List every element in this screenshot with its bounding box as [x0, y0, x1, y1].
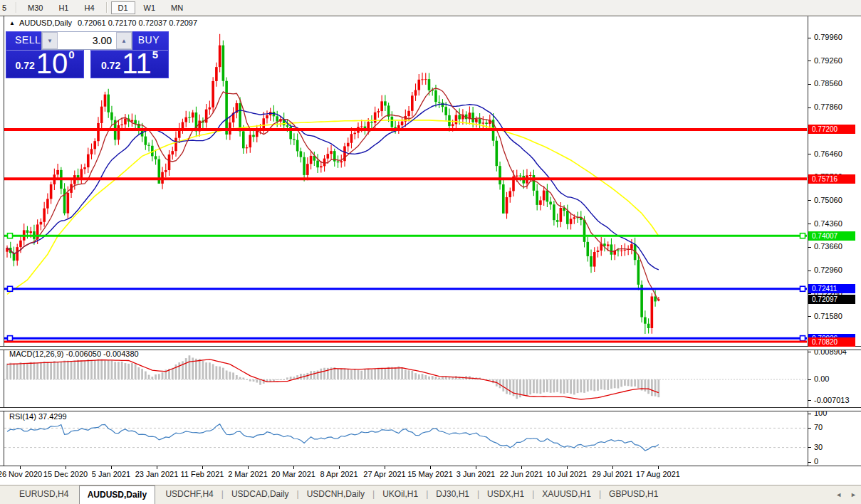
price-level-chip: 0.75716 — [808, 174, 855, 184]
macd-axis-tick-mark — [808, 379, 811, 380]
y-axis-tick-mark — [808, 154, 811, 154]
timeframe-button-h1[interactable]: H1 — [51, 1, 75, 14]
y-axis-tick-mark — [808, 271, 811, 271]
y-axis-tick-mark — [808, 38, 811, 38]
timeframe-button-w1[interactable]: W1 — [137, 1, 163, 14]
x-axis-date: 17 Aug 2021 — [636, 470, 680, 478]
tab-usdcnh-daily[interactable]: USDCNH,Daily — [299, 485, 372, 504]
y-axis-tick-label: 0.72960 — [814, 266, 842, 274]
y-axis-tick-mark — [808, 61, 811, 61]
y-axis-tick-mark — [808, 224, 811, 224]
timeframe-button-d1[interactable]: D1 — [111, 1, 135, 14]
y-axis-tick-label: 0.79960 — [814, 33, 842, 41]
rsi-axis-tick-label: 0 — [814, 457, 818, 466]
x-axis-tick-mark — [476, 466, 476, 469]
y-axis-tick-label: 0.78560 — [814, 79, 842, 88]
y-axis-tick-mark — [808, 107, 811, 108]
chart-symbol: AUDUSD,Daily — [19, 19, 72, 27]
x-axis-date: 26 Nov 2020 — [0, 470, 42, 478]
window-marker-icon: ▲ — [9, 20, 15, 26]
price-level-chip: 0.70820 — [808, 337, 855, 347]
x-axis-date: 10 Jul 2021 — [547, 470, 588, 478]
timeframe-button-mn[interactable]: MN — [164, 1, 190, 14]
buy-price-big: 11 — [122, 51, 152, 76]
volume-decrease-button[interactable]: ▼ — [42, 32, 58, 49]
timeframe-button-m30[interactable]: M30 — [21, 1, 50, 14]
sell-button-label[interactable]: SELL — [15, 34, 41, 46]
rsi-axis-tick-mark — [808, 414, 811, 414]
toolbar-separator — [16, 2, 16, 13]
rsi-axis-tick-mark — [808, 462, 811, 463]
y-axis-tick-label: 0.71580 — [814, 312, 842, 320]
x-axis-tick-mark — [612, 466, 613, 469]
rsi-axis-tick-label: 30 — [814, 443, 823, 451]
y-axis-tick-label: 0.76460 — [814, 149, 842, 158]
one-click-trade-panel: SELL 0.72 10 0 BUY 0.72 11 5 ▼ ▲ — [6, 31, 169, 78]
buy-button-label[interactable]: BUY — [138, 34, 160, 46]
tab-dj30-h1[interactable]: DJ30,H1 — [428, 485, 477, 504]
x-axis-tick-mark — [658, 466, 659, 469]
y-axis-tick-label: 0.77860 — [814, 103, 842, 111]
tab-gbpusd-h1[interactable]: GBPUSD,H1 — [601, 485, 666, 504]
chart-window-left-border — [4, 16, 4, 466]
tab-audusd-daily[interactable]: AUDUSD,Daily — [79, 485, 155, 504]
time-axis-border — [0, 466, 861, 466]
sell-price-sup: 0 — [68, 48, 74, 61]
tab-scroll-left-icon[interactable]: ◄ — [835, 491, 842, 498]
y-axis-tick-label: 0.75060 — [814, 196, 842, 204]
tab-eurusd-h4[interactable]: EURUSD,H4 — [11, 485, 76, 504]
tab-ukoil-h1[interactable]: UKOil,H1 — [375, 485, 426, 504]
x-axis-date: 27 Apr 2021 — [363, 470, 405, 478]
buy-price-main: 0.72 — [101, 60, 120, 71]
sell-price: 0.72 10 0 — [6, 48, 83, 76]
rsi-axis-tick-mark — [808, 428, 811, 429]
x-axis-tick-mark — [385, 466, 385, 469]
y-axis-tick-label: 0.79260 — [814, 56, 842, 65]
toolbar-separator — [106, 2, 107, 13]
x-axis-tick-mark — [66, 466, 66, 469]
x-axis-date: 3 Jun 2021 — [456, 470, 495, 478]
sell-price-main: 0.72 — [15, 60, 34, 71]
buy-price-sup: 5 — [152, 48, 158, 61]
chart-window-top-border — [0, 16, 861, 16]
y-axis-tick-mark — [808, 247, 811, 248]
tab-scroll-arrows: ◄► — [835, 485, 857, 503]
x-axis-tick-mark — [111, 466, 112, 469]
rsi-axis-tick-label: 70 — [814, 423, 823, 431]
x-axis-tick-mark — [293, 466, 294, 469]
x-axis-date: 23 Jan 2021 — [135, 470, 179, 478]
timeframe-toolbar: 5M30H1H4D1W1MN — [0, 0, 861, 16]
macd-axis-tick-mark — [808, 400, 811, 401]
mt4-terminal: 5M30H1H4D1W1MN ▲AUDUSD,Daily0.72061 0.72… — [0, 0, 861, 504]
macd-axis-tick-label: -0.007013 — [814, 396, 850, 404]
volume-input[interactable] — [58, 32, 116, 49]
volume-increase-button[interactable]: ▲ — [116, 32, 132, 49]
tab-usdchf-h4[interactable]: USDCHF,H4 — [157, 485, 221, 504]
chart-title: ▲AUDUSD,Daily0.72061 0.72170 0.72037 0.7… — [9, 19, 197, 27]
rsi-axis-tick-mark — [808, 447, 811, 448]
x-axis-date: 20 Mar 2021 — [271, 470, 315, 478]
price-level-chip: 0.72411 — [808, 284, 855, 293]
tab-usdx-h1[interactable]: USDX,H1 — [479, 485, 532, 504]
x-axis-date: 2 Mar 2021 — [228, 470, 268, 478]
tab-usdcad-daily[interactable]: USDCAD,Daily — [224, 485, 297, 504]
x-axis-tick-mark — [339, 466, 340, 469]
y-axis-tick-mark — [808, 84, 811, 85]
x-axis-date: 11 Feb 2021 — [181, 470, 224, 478]
rsi-label: RSI(14) 37.4299 — [9, 412, 67, 421]
macd-axis-tick-label: 0.00 — [814, 374, 829, 383]
macd-label: MACD(12,26,9) -0.006050 -0.004380 — [9, 350, 139, 358]
x-axis-tick-mark — [521, 466, 522, 469]
y-axis-tick-label: 0.73660 — [814, 242, 842, 251]
tab-xauusd-h1[interactable]: XAUUSD,H1 — [534, 485, 599, 504]
rsi-panel-splitter[interactable] — [0, 407, 861, 411]
price-level-chip: 0.77200 — [808, 125, 855, 134]
buy-price: 0.72 11 5 — [91, 48, 168, 76]
timeframe-button-h4[interactable]: H4 — [77, 1, 101, 14]
x-axis-date: 22 Jun 2021 — [500, 470, 543, 478]
x-axis-tick-mark — [202, 466, 203, 469]
tab-scroll-right-icon[interactable]: ► — [850, 491, 857, 498]
timeframe-button-m5-partial[interactable]: 5 — [0, 2, 12, 14]
x-axis-tick-mark — [567, 466, 568, 469]
y-axis-tick-mark — [808, 200, 811, 201]
